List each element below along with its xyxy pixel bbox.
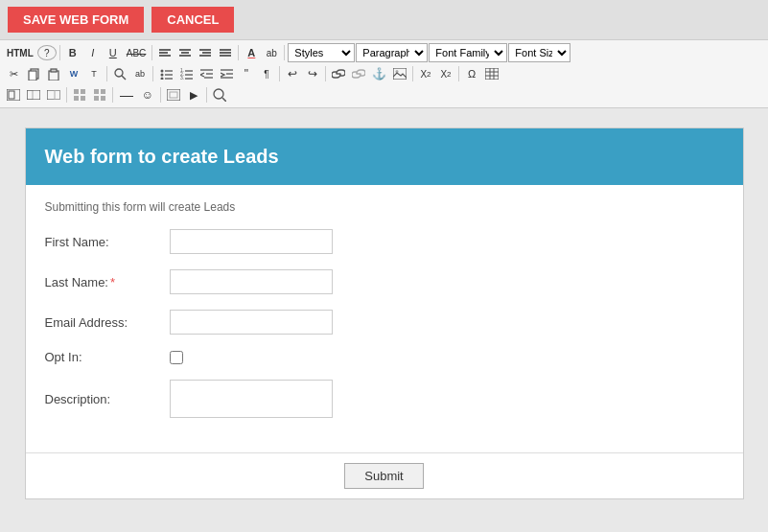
blockquote-button[interactable]: " [237,64,256,83]
required-star: * [110,275,115,289]
description-textarea[interactable] [170,380,333,418]
align-center-button[interactable] [175,43,195,62]
svg-rect-53 [74,96,79,101]
main-content: Web form to create Leads Submitting this… [0,108,768,519]
specialchar-button[interactable]: Ω [462,64,481,83]
preview-btn2[interactable] [44,85,63,104]
strikethrough-button[interactable]: ABC [124,43,150,62]
paste-word-button[interactable]: W [64,64,83,83]
ordered-list-button[interactable]: 1.2.3. [176,64,196,83]
svg-line-62 [222,98,226,102]
link-button[interactable] [329,64,348,83]
last-name-row: Last Name:* [45,269,724,294]
toolbar-row-2: ✂ W T ab 1.2.3. " ¶ ↩ ↪ [4,64,764,83]
fontfamily-select[interactable]: Font Family [429,43,507,62]
svg-rect-59 [167,89,180,101]
align-right-button[interactable] [196,43,215,62]
html-button[interactable]: HTML [4,43,36,62]
font-color-button[interactable]: A [242,43,261,62]
undo-button[interactable]: ↩ [283,64,302,83]
separator [206,87,207,103]
opt-in-label: Opt In: [45,350,170,364]
svg-line-17 [122,76,126,80]
outdent-button[interactable] [197,64,216,83]
svg-rect-46 [9,91,14,99]
svg-rect-54 [81,96,85,101]
separator [284,45,285,60]
cancel-button[interactable]: CANCEL [151,7,234,33]
paragraph-select[interactable]: Paragraph [356,43,428,62]
separator [66,87,67,103]
separator [238,45,239,60]
opt-in-checkbox[interactable] [170,351,183,364]
maximize-button[interactable] [4,85,23,104]
separator [160,87,161,103]
align-left-button[interactable] [155,43,175,62]
separator [325,66,326,81]
description-label: Description: [45,392,170,406]
last-name-label: Last Name:* [45,275,170,289]
unordered-list-button[interactable] [156,64,175,83]
last-name-input[interactable] [170,269,333,294]
image-button[interactable] [390,64,409,83]
first-name-label: First Name: [45,235,170,249]
save-web-form-button[interactable]: SAVE WEB FORM [8,7,144,33]
svg-rect-48 [27,90,40,100]
find-button[interactable] [110,64,129,83]
cut-button[interactable]: ✂ [4,64,23,83]
separator [152,66,153,81]
redo-button[interactable]: ↪ [303,64,322,83]
spellcheck-button[interactable] [210,85,229,104]
highlight-button[interactable]: ab [262,43,281,62]
first-name-row: First Name: [45,229,724,254]
subscript-button[interactable]: X2 [416,64,435,83]
anchor-button[interactable]: ⚓ [369,64,389,83]
form-subtitle: Submitting this form will create Leads [45,200,724,214]
table-button[interactable] [482,64,501,83]
help-button[interactable]: ? [37,45,57,60]
separator [112,87,113,103]
svg-rect-15 [51,69,57,72]
copy-button[interactable] [24,64,43,83]
submit-button[interactable]: Submit [344,463,423,489]
smiley-button[interactable]: ☺ [138,85,157,104]
toolbar-row-3: — ☺ ▶ [4,85,764,104]
svg-rect-47 [27,90,33,100]
bold-button[interactable]: B [63,43,82,62]
template1-button[interactable] [70,85,89,104]
superscript-button[interactable]: X2 [436,64,455,83]
email-input[interactable] [170,310,333,335]
svg-rect-49 [47,90,60,100]
form-card: Web form to create Leads Submitting this… [25,127,744,499]
textdir-button[interactable]: ¶ [257,64,276,83]
flash-button[interactable]: ▶ [184,85,203,104]
align-justify-button[interactable] [216,43,235,62]
styles-select[interactable]: Styles [288,43,355,62]
description-row: Description: [45,380,724,418]
paste-text-button[interactable]: T [84,64,104,83]
underline-button[interactable]: U [104,43,123,62]
iframe-button[interactable] [164,85,183,104]
paste-button[interactable] [44,64,63,83]
svg-rect-51 [74,89,79,94]
separator [458,66,459,81]
toolbar: HTML ? B I U ABC A ab Styles Paragraph F… [0,40,768,108]
svg-point-18 [160,70,163,73]
svg-rect-38 [393,68,407,80]
first-name-input[interactable] [170,229,333,254]
form-header: Web form to create Leads [26,128,743,185]
hr-button[interactable]: — [116,85,137,104]
form-body: Submitting this form will create Leads F… [26,185,743,453]
indent-button[interactable] [217,64,236,83]
template2-button[interactable] [90,85,109,104]
separator [279,66,280,81]
email-row: Email Address: [45,310,724,335]
fontsize-select[interactable]: Font Size [508,43,570,62]
italic-button[interactable]: I [83,43,103,62]
replace-button[interactable]: ab [130,64,150,83]
preview-btn1[interactable] [24,85,43,104]
svg-point-16 [115,69,123,77]
unlink-button[interactable] [349,64,368,83]
svg-rect-57 [94,96,99,101]
svg-rect-40 [485,68,499,80]
